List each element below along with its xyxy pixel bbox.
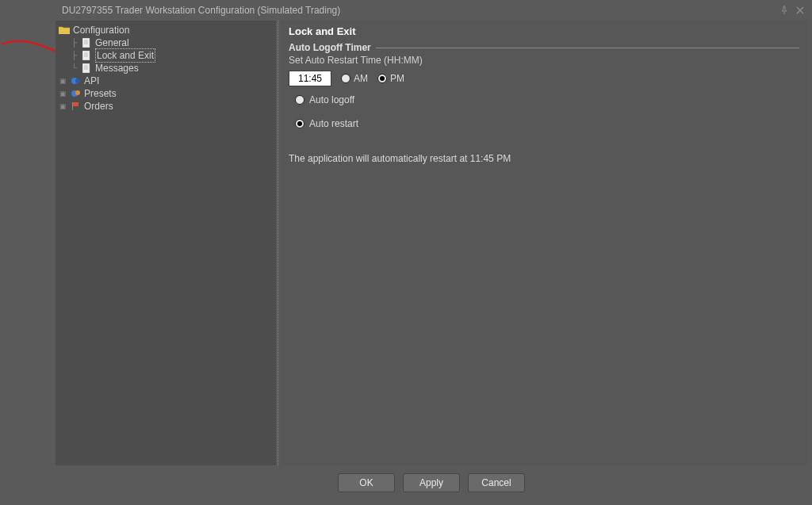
flag-icon <box>70 101 81 112</box>
tree-item-messages[interactable]: └ Messages <box>59 62 276 75</box>
tree-item-label: Orders <box>84 100 113 113</box>
auto-restart-label: Auto restart <box>309 118 358 129</box>
restart-time-input[interactable] <box>289 71 331 86</box>
tree-item-label: API <box>84 75 99 87</box>
restart-description: The application will automatically resta… <box>289 153 799 164</box>
am-radio[interactable] <box>341 74 350 83</box>
auto-logoff-label: Auto logoff <box>309 94 354 105</box>
tree-item-orders[interactable]: ▣ Orders <box>59 100 276 113</box>
svg-rect-0 <box>82 38 90 48</box>
tree-root-label: Configuration <box>73 24 129 36</box>
auto-logoff-radio[interactable] <box>295 95 304 105</box>
close-icon[interactable] <box>793 4 807 17</box>
svg-point-13 <box>75 78 80 83</box>
apply-button[interactable]: Apply <box>403 473 460 492</box>
main-pane: Lock and Exit Auto Logoff Timer Set Auto… <box>281 21 807 465</box>
expand-icon[interactable]: ▣ <box>59 75 67 86</box>
ok-button[interactable]: OK <box>338 473 395 492</box>
page-icon <box>81 50 92 61</box>
tree-item-lock-and-exit[interactable]: ├ Lock and Exit <box>59 49 276 62</box>
tree-branch-icon: └ <box>71 62 79 75</box>
section-rule <box>376 48 799 48</box>
svg-rect-16 <box>72 102 73 110</box>
auto-logoff-option[interactable]: Auto logoff <box>295 94 799 105</box>
gear-blue-icon <box>70 75 81 86</box>
folder-icon <box>59 25 70 36</box>
expand-icon[interactable]: ▣ <box>59 88 67 99</box>
cancel-button[interactable]: Cancel <box>468 473 525 492</box>
section-header: Auto Logoff Timer <box>289 42 799 53</box>
auto-restart-radio[interactable] <box>295 119 304 128</box>
tree-root-configuration[interactable]: Configuration <box>59 24 276 36</box>
tree-item-label: Messages <box>95 62 139 75</box>
am-label: AM <box>354 73 368 84</box>
svg-rect-4 <box>82 51 90 60</box>
pm-label: PM <box>390 73 404 84</box>
pm-radio[interactable] <box>377 74 387 83</box>
section-title: Auto Logoff Timer <box>289 42 371 53</box>
tree-branch-icon: ├ <box>71 49 79 62</box>
gear-orange-icon <box>70 88 81 99</box>
tree-item-general[interactable]: ├ General <box>59 36 276 49</box>
splitter[interactable] <box>276 21 281 465</box>
auto-restart-option[interactable]: Auto restart <box>295 118 799 129</box>
svg-point-15 <box>75 90 80 95</box>
window-titlebar: DU2797355 Trader Workstation Configurati… <box>0 0 812 21</box>
section-subhead: Set Auto Restart Time (HH:MM) <box>289 55 799 66</box>
button-bar: OK Apply Cancel <box>56 465 807 500</box>
tree-item-presets[interactable]: ▣ Presets <box>59 87 276 100</box>
tree-item-label: General <box>95 36 129 49</box>
page-icon <box>81 63 92 74</box>
svg-rect-8 <box>82 63 90 73</box>
config-tree: Configuration ├ General ├ Lock and Exit … <box>56 21 276 465</box>
tree-branch-icon: ├ <box>71 36 79 49</box>
page-title: Lock and Exit <box>289 24 799 40</box>
tree-item-label: Lock and Exit <box>95 48 155 63</box>
tree-item-api[interactable]: ▣ API <box>59 75 276 87</box>
page-icon <box>81 37 92 48</box>
pin-icon[interactable] <box>777 4 791 17</box>
expand-icon[interactable]: ▣ <box>59 101 67 112</box>
time-row: AM PM <box>289 71 799 86</box>
window-title: DU2797355 Trader Workstation Configurati… <box>62 5 340 16</box>
tree-item-label: Presets <box>84 87 117 100</box>
